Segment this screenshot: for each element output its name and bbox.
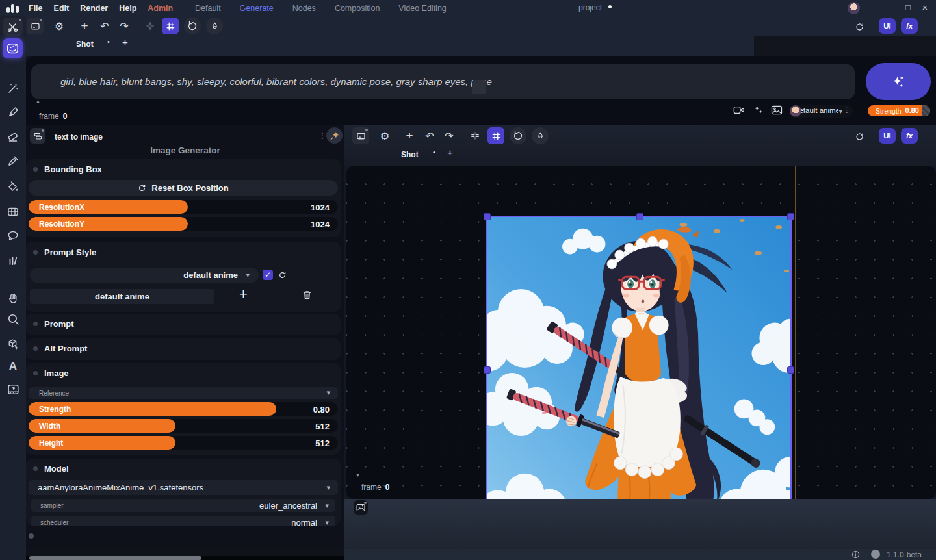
grid-table-icon[interactable]	[5, 204, 21, 220]
image-width-slider[interactable]: Width 512	[29, 419, 338, 433]
collapse-fit-button[interactable]	[467, 127, 484, 144]
model-dropdown[interactable]: aamAnyloraAnimeMixAnime_v1.safetensors ▾	[29, 480, 338, 495]
workspace-tab-default[interactable]: Default	[195, 4, 221, 13]
rotate-reset-button[interactable]	[510, 127, 526, 144]
strength-pill-slider[interactable]: Strength 0.80	[868, 105, 930, 116]
frame-tool-button[interactable]	[352, 127, 369, 144]
image-height-slider[interactable]: Height 512	[29, 436, 338, 450]
style-preset-button[interactable]: default anime	[30, 289, 214, 304]
add-button[interactable]: +	[76, 18, 93, 34]
selection-handle-top-left[interactable]	[484, 213, 491, 220]
lasso-icon[interactable]	[5, 228, 21, 244]
horizontal-scrollbar-thumb[interactable]	[29, 556, 202, 560]
section-header[interactable]: Image	[33, 368, 69, 378]
hand-tool-icon[interactable]	[5, 290, 21, 306]
media-frame-icon[interactable]	[5, 381, 21, 397]
eraser-icon[interactable]	[5, 129, 21, 144]
sampler-dropdown[interactable]: sampler euler_ancestral ▾	[31, 499, 335, 512]
menu-edit[interactable]: Edit	[54, 4, 70, 13]
tools-button[interactable]	[3, 18, 23, 36]
blur-droplet-button[interactable]	[532, 127, 549, 144]
undo-button[interactable]: ↶	[96, 18, 113, 34]
snap-grid-button[interactable]	[488, 127, 504, 144]
resolution-y-slider[interactable]: ResolutionY 1024	[29, 217, 338, 231]
panel-kebab-icon[interactable]: ⋮	[318, 131, 326, 140]
shot-tab[interactable]: Shot	[401, 150, 419, 159]
brush-icon[interactable]	[5, 105, 21, 120]
prompt-section[interactable]: Prompt	[26, 314, 341, 335]
selection-box[interactable]	[486, 216, 792, 522]
menu-help[interactable]: Help	[119, 4, 136, 13]
delete-style-button[interactable]	[302, 289, 313, 301]
window-maximize-button[interactable]: □	[901, 3, 915, 12]
style-enabled-checkbox[interactable]: ✓	[263, 270, 273, 280]
menu-file[interactable]: File	[29, 4, 43, 13]
generator-tool-button[interactable]	[3, 38, 23, 58]
workspace-tab-nodes[interactable]: Nodes	[292, 4, 316, 13]
reset-box-position-button[interactable]: Reset Box Position	[29, 180, 338, 196]
add-style-button[interactable]: +	[239, 286, 248, 303]
redo-button[interactable]: ↷	[441, 127, 458, 144]
add-image-clip-button[interactable]	[354, 500, 368, 515]
menu-render[interactable]: Render	[80, 4, 108, 13]
style-refresh-icon[interactable]	[278, 271, 287, 279]
blur-droplet-button[interactable]	[206, 18, 223, 34]
fx-toggle-button[interactable]: fx	[901, 18, 918, 34]
panel-minimize-button[interactable]: —	[306, 131, 313, 140]
undo-button[interactable]: ↶	[421, 127, 438, 144]
selection-handle-mid-right[interactable]	[787, 366, 794, 374]
add-shot-button[interactable]: +	[447, 147, 453, 158]
info-icon[interactable]	[852, 550, 860, 559]
resolution-x-slider[interactable]: ResolutionX 1024	[29, 200, 338, 214]
camera-icon[interactable]	[733, 105, 745, 115]
magic-wand-icon[interactable]	[5, 81, 21, 96]
frame-tool-button[interactable]	[27, 18, 44, 34]
style-dropdown[interactable]: default anime ▾	[30, 268, 259, 283]
shot-tab[interactable]: Shot	[76, 40, 94, 49]
add-button[interactable]: +	[401, 127, 418, 144]
object-select-icon[interactable]	[5, 336, 21, 351]
rotate-reset-button[interactable]	[184, 18, 201, 34]
settings-gear-button[interactable]: ⚙	[376, 127, 393, 144]
window-close-button[interactable]: ×	[918, 2, 932, 13]
eyedropper-icon[interactable]	[5, 153, 21, 169]
section-header[interactable]: Model	[33, 464, 69, 474]
style-selector-pill[interactable]: default anime ▾ ⋮	[789, 105, 853, 118]
kebab-menu-icon[interactable]: ⋮	[844, 107, 850, 114]
ui-toggle-button[interactable]: UI	[879, 18, 896, 34]
zoom-search-icon[interactable]	[5, 311, 21, 327]
sparkles-small-icon[interactable]	[752, 104, 764, 116]
timeline-marker[interactable]: ▲	[36, 99, 40, 103]
timeline-marker[interactable]: ▼	[356, 473, 360, 477]
snap-grid-button[interactable]	[162, 18, 179, 34]
redo-button[interactable]: ↷	[116, 18, 133, 34]
node-type-button[interactable]	[30, 128, 46, 144]
prompt-input[interactable]: girl, blue hair, blunt bangs, shy, sleep…	[31, 64, 855, 99]
menu-admin[interactable]: Admin	[148, 4, 173, 13]
collapse-fit-button[interactable]	[142, 18, 159, 34]
refresh-icon[interactable]	[855, 132, 864, 142]
image-icon[interactable]	[771, 105, 783, 115]
selection-handle-mid-left[interactable]	[484, 366, 491, 374]
text-tool-icon[interactable]: A	[5, 359, 21, 374]
stats-bars-icon[interactable]	[5, 253, 21, 268]
user-avatar[interactable]	[848, 2, 860, 14]
ui-toggle-button[interactable]: UI	[879, 128, 896, 144]
workspace-tab-generate[interactable]: Generate	[240, 4, 274, 13]
generate-button[interactable]	[866, 63, 931, 100]
add-shot-button[interactable]: +	[122, 36, 128, 47]
settings-gear-button[interactable]: ⚙	[51, 18, 68, 34]
selection-handle-top-right[interactable]	[787, 213, 794, 220]
reference-dropdown[interactable]: Reference ▾	[29, 387, 338, 399]
workspace-tab-video-editing[interactable]: Video Editing	[398, 4, 446, 13]
fx-toggle-button[interactable]: fx	[901, 128, 918, 144]
paint-bucket-icon[interactable]	[5, 179, 21, 195]
refresh-icon[interactable]	[855, 22, 864, 32]
scheduler-dropdown[interactable]: scheduler normal ▾	[31, 516, 335, 526]
window-minimize-button[interactable]: —	[883, 3, 897, 12]
section-header[interactable]: Bounding Box	[33, 164, 102, 174]
selection-handle-top-center[interactable]	[636, 213, 644, 220]
workspace-tab-composition[interactable]: Composition	[335, 4, 380, 13]
pin-button[interactable]	[326, 127, 343, 144]
generated-image[interactable]	[488, 217, 790, 521]
